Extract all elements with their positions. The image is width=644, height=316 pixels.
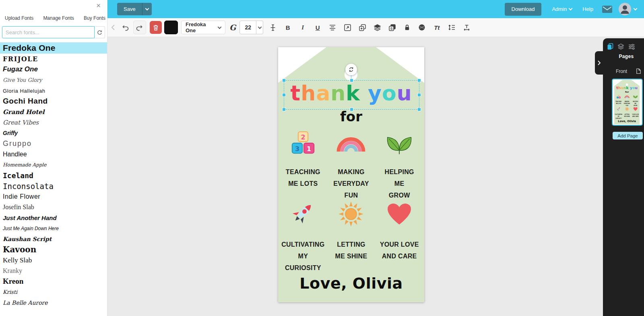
font-panel-tabs: Upload Fonts Manage Fonts Buy Fonts (0, 0, 107, 21)
font-item[interactable]: Great Vibes (0, 117, 107, 128)
redo-icon[interactable] (133, 21, 146, 34)
line-height-icon[interactable] (447, 22, 456, 33)
font-item[interactable]: Kaushan Script (0, 234, 107, 244)
design-card[interactable]: thank you for 2 3 1 (278, 47, 424, 302)
help-link[interactable]: Help (582, 6, 593, 12)
fill-color-swatch[interactable] (164, 21, 178, 34)
mail-icon[interactable] (602, 6, 612, 13)
layers-icon[interactable] (372, 22, 382, 33)
number-blocks-icon[interactable]: 2 3 1 (291, 131, 315, 155)
tab-buy-fonts[interactable]: Buy Fonts (84, 15, 105, 21)
font-item[interactable]: Inconsolata (0, 181, 107, 191)
font-item[interactable]: Handlee (0, 149, 107, 160)
card-label[interactable]: YOUR LOVE AND CARE (380, 239, 419, 274)
font-item[interactable]: Indie Flower (0, 191, 107, 202)
resize-handle[interactable] (417, 108, 421, 111)
close-icon[interactable]: × (96, 2, 101, 9)
card-label[interactable]: MAKING EVERYDAY FUN (327, 166, 376, 201)
card-label[interactable]: CULTIVATING MY CURIOSITY (281, 239, 324, 274)
chevron-down-icon (634, 6, 638, 10)
resize-handle[interactable] (417, 93, 421, 97)
italic-icon[interactable]: I (298, 22, 308, 33)
back-icon[interactable] (111, 24, 116, 31)
glyph-style-icon[interactable]: G (229, 23, 236, 32)
font-size-input[interactable]: 22 (239, 21, 256, 34)
add-page-button[interactable]: Add Page (613, 132, 643, 139)
resize-handle[interactable] (282, 79, 286, 82)
font-item[interactable]: Gloria Hallelujah (0, 85, 107, 96)
font-item[interactable]: Give You Glory (0, 75, 107, 85)
rocket-icon[interactable] (289, 201, 317, 227)
font-item[interactable]: Iceland (0, 170, 107, 181)
font-item[interactable]: Just Me Again Down Here (0, 223, 107, 234)
font-item[interactable]: Kreon (0, 276, 107, 287)
font-item[interactable]: Josefin Slab (0, 202, 107, 212)
heart-icon[interactable] (387, 203, 412, 225)
save-split-button: Save (117, 3, 152, 15)
undo-icon[interactable] (121, 24, 129, 31)
duplicate-icon[interactable] (357, 22, 367, 33)
font-family-dropdown[interactable]: Fredoka One (181, 21, 225, 34)
rainbow-icon (624, 95, 630, 98)
text-case-icon[interactable]: Tt (432, 22, 442, 33)
selection-box[interactable] (284, 80, 419, 110)
font-item[interactable]: Kavoon (0, 244, 107, 255)
font-size-dropdown[interactable] (256, 21, 263, 34)
font-item[interactable]: Griffy (0, 128, 107, 138)
font-item[interactable]: Just Another Hand (0, 212, 107, 223)
card-label[interactable]: HELPING ME GROW (385, 166, 414, 201)
bold-icon[interactable]: B (283, 22, 293, 33)
page-thumbnail[interactable]: thank you for 2 3 1 (612, 79, 643, 126)
resize-handle[interactable] (350, 108, 353, 111)
font-item[interactable]: Fugaz One (0, 64, 107, 75)
account-menu[interactable] (619, 3, 637, 15)
card-label[interactable]: TEACHING ME LOTS (286, 166, 320, 201)
sun-icon[interactable] (338, 201, 364, 227)
settings-sliders-icon[interactable] (628, 44, 635, 50)
tab-manage-fonts[interactable]: Manage Fonts (43, 15, 74, 21)
rainbow-icon[interactable] (335, 134, 367, 152)
layers-tab-icon[interactable] (617, 43, 624, 50)
admin-menu[interactable]: Admin (552, 6, 572, 12)
resize-handle[interactable] (350, 79, 353, 82)
swap-element-icon[interactable]: S (387, 22, 397, 33)
resize-handle[interactable] (417, 79, 421, 82)
letter-spacing-icon[interactable] (462, 22, 471, 33)
font-item[interactable]: La Belle Aurore (0, 297, 107, 308)
download-button[interactable]: Download (505, 3, 542, 16)
resize-icon[interactable] (343, 22, 352, 33)
font-item[interactable]: Kelly Slab (0, 255, 107, 266)
save-button[interactable]: Save (117, 3, 142, 15)
panel-collapse-tab[interactable] (595, 51, 603, 75)
lock-icon[interactable] (402, 22, 412, 33)
refresh-icon[interactable] (95, 26, 105, 38)
resize-handle[interactable] (282, 93, 286, 97)
card-signature[interactable]: Love, Olivia (278, 274, 424, 292)
font-item[interactable]: Kranky (0, 266, 107, 276)
texture-icon[interactable] (417, 22, 427, 33)
search-input[interactable] (2, 26, 95, 38)
editor-toolbar: Fredoka One G 22 B I U S (107, 18, 644, 37)
font-item[interactable]: Frijole (0, 54, 107, 64)
delete-button[interactable] (150, 21, 162, 34)
rocket-icon (616, 107, 621, 112)
resize-handle[interactable] (282, 108, 286, 111)
font-item[interactable]: Gochi Hand (0, 96, 107, 106)
underline-icon[interactable]: U (313, 22, 322, 33)
design-canvas[interactable]: thank you for 2 3 1 (107, 37, 644, 316)
font-item[interactable]: Kristi (0, 287, 107, 297)
rotate-handle[interactable] (345, 64, 357, 75)
duplicate-page-icon[interactable] (636, 68, 641, 74)
rotate-icon (348, 67, 354, 73)
font-item[interactable]: Homemade Apple (0, 160, 107, 170)
font-item[interactable]: Grand Hotel (0, 106, 107, 117)
leaves-icon[interactable] (385, 131, 413, 155)
tab-upload-fonts[interactable]: Upload Fonts (5, 15, 33, 21)
pages-tab-icon[interactable] (607, 43, 613, 50)
font-item[interactable]: Gruppo (0, 138, 107, 149)
text-cursor-icon[interactable] (268, 22, 278, 33)
save-dropdown-button[interactable] (142, 3, 152, 15)
font-item-selected[interactable]: Fredoka One (0, 42, 107, 54)
card-label[interactable]: LETTING ME SHINE (335, 239, 367, 274)
align-center-icon[interactable] (328, 22, 337, 33)
